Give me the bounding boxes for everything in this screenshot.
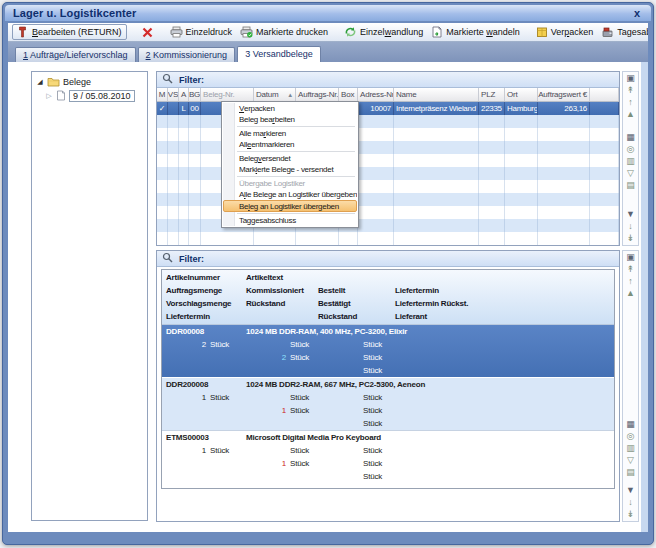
article-column-header-artikeltext: Artikeltext [246,273,283,282]
scroll-up-icon[interactable]: ↑ [628,97,633,108]
tree-expander-closed-icon[interactable]: ▷ [45,92,53,100]
menu-item-verpacken[interactable]: Verpacken [223,103,357,114]
order-unit: Stück [210,393,229,402]
backlog-unit: Stück [363,472,382,481]
order-qty: 1 [166,393,206,402]
windows-icon[interactable]: ▤ [626,467,635,478]
column-header-m[interactable]: M [157,88,168,101]
scroll-down-icon[interactable]: ↓ [628,221,633,232]
tree-item-beleg-9[interactable]: ▷ 9 / 05.08.2010 [32,89,147,103]
menu-item-alle-entmarkieren[interactable]: Alle entmarkieren [223,139,357,150]
toolbar-button-markierte-drucken[interactable]: Markierte drucken [236,25,332,39]
column-header-plz[interactable]: PLZ [479,88,505,101]
column-header-adress-nr[interactable]: Adress-Nr. [358,88,394,101]
column-header-name[interactable]: Name [394,88,479,101]
page-down-icon[interactable]: ▼ [626,209,635,220]
filter-bar[interactable]: Filter: [157,72,619,88]
column-chooser-icon[interactable]: ▣ [626,73,635,84]
toolbar-button-bearbeiten-return[interactable]: Bearbeiten (RETURN) [12,24,127,40]
article-listbox: ArtikelnummerArtikeltextAuftragsmengeKom… [161,269,615,489]
column-header-empty[interactable] [590,88,619,101]
article-column-header-vorschlagsmenge: Vorschlagsmenge [166,299,231,308]
search-icon[interactable]: ◎ [627,431,635,442]
scroll-top-icon[interactable]: ↟ [627,85,635,96]
filter-bar[interactable]: Filter: [157,251,619,267]
scroll-up-icon[interactable]: ↑ [628,276,633,287]
toolbar-button-markierte-wandeln[interactable]: Markierte wandeln [427,25,524,39]
article-column-header-bestellt: Bestellt [318,286,345,295]
menu-item-beleg-bearbeiten[interactable]: Beleg bearbeiten [223,114,357,125]
article-column-header-rückstand: Rückstand [318,312,357,321]
nav-strip-group: ▼↓↡ [626,209,635,244]
column-header-ort[interactable]: Ort [505,88,538,101]
picked-unit: Stück [290,340,309,349]
toolbar-button-label: Bearbeiten (RETURN) [32,27,122,37]
filter-label: Filter: [179,254,204,264]
sort-asc-icon: ▲ [287,92,293,98]
nav-strip-group: ▦◎▥▽▤ [626,132,635,191]
menu-item-beleg-an-logistiker-übergeben[interactable]: Beleg an Logistiker übergeben [223,200,357,212]
scroll-top-icon[interactable]: ↟ [627,264,635,275]
column-header-beleg-nr[interactable]: Beleg-Nr. [201,88,254,101]
toolbar-button-delete-button[interactable] [137,25,158,40]
tab-aufträge-liefervorschlag[interactable]: 1 Aufträge/Liefervorschlag [15,47,136,62]
nav-strip-group: ▣↟↑▲ [626,252,635,299]
toolbar-button-einzeldruck[interactable]: Einzeldruck [166,25,237,39]
view-grid-icon[interactable]: ▦ [626,132,635,143]
column-header-auftragswert[interactable]: Auftragswert € [538,88,590,101]
article-column-header-kommissioniert: Kommissioniert [246,286,304,295]
tab-kommissionierung[interactable]: 2 Kommissionierung [138,47,236,62]
order-qty: 1 [166,446,206,455]
menu-item-alle-belege-an-logistiker-übergeben[interactable]: Alle Belege an Logistiker übergeben [223,189,357,200]
picked-unit: Stück [290,393,309,402]
article-row-ddr200008[interactable]: DDR2000081024 MB DDR2-RAM, 667 MHz, PC2-… [162,377,614,430]
search-icon[interactable]: ◎ [627,144,635,155]
backorder-qty: 1 [246,459,286,468]
print-icon [170,26,183,38]
article-row-etms00003[interactable]: ETMS00003Microsoft Digital Media Pro Key… [162,430,614,483]
windows-icon[interactable]: ▤ [626,180,635,191]
filter-icon[interactable]: ▽ [627,455,634,466]
view-grid-icon[interactable]: ▦ [626,419,635,430]
column-header-box[interactable]: Box [339,88,358,101]
tab-versandbelege[interactable]: 3 Versandbelege [237,46,321,62]
column-header-vs[interactable]: VS [168,88,179,101]
menu-item-markierte-belege-versendet[interactable]: Markierte Belege - versendet [223,164,357,175]
scroll-bottom-icon[interactable]: ↡ [627,233,635,244]
article-code: DDR00008 [166,327,204,336]
tree-expander-open-icon[interactable]: ◢ [36,78,44,86]
page-down-icon[interactable]: ▼ [626,485,635,496]
scroll-down-icon[interactable]: ↓ [628,497,633,508]
scroll-bottom-icon[interactable]: ↡ [627,509,635,520]
article-text: 1024 MB DDR2-RAM, 667 MHz, PC2-5300, Aen… [246,380,425,389]
cell-vs [168,102,179,115]
toolbar-button-verpacken[interactable]: Verpacken [532,25,598,39]
menu-item-beleg-versendet[interactable]: Beleg versendet [223,153,357,164]
tree-item-belege[interactable]: ◢ Belege [32,75,147,89]
column-chooser-icon[interactable]: ▣ [626,252,635,263]
menu-item-taggesabschluss[interactable]: Taggesabschluss [223,215,357,226]
column-header-datum[interactable]: Datum▲ [254,88,296,101]
backorder-unit: Stück [290,353,309,362]
close-icon[interactable]: x [631,7,643,19]
column-header-bg[interactable]: BG [189,88,201,101]
toolbar-button-tagesabschluss[interactable]: Tagesabschluss [597,25,648,39]
column-header-a[interactable]: A [179,88,189,101]
page-up-icon[interactable]: ▲ [626,109,635,120]
details-icon[interactable]: ▥ [626,443,635,454]
article-row-ddr00008[interactable]: DDR000081024 MB DDR-RAM, 400 MHz, PC-320… [162,325,614,377]
column-header-auftrags-nr[interactable]: Auftrags-Nr. [296,88,339,101]
article-list: DDR000081024 MB DDR-RAM, 400 MHz, PC-320… [162,325,614,483]
toolbar-button-einzelwandlung[interactable]: Einzelwandlung [340,25,427,39]
backlog-unit: Stück [363,366,382,375]
filter-icon[interactable]: ▽ [627,168,634,179]
ordered-unit: Stück [363,393,382,402]
page-up-icon[interactable]: ▲ [626,288,635,299]
menu-item-alle-markieren[interactable]: Alle markieren [223,128,357,139]
details-icon[interactable]: ▥ [626,156,635,167]
confirmed-unit: Stück [363,353,382,362]
cell-ort: Hamburg [505,102,538,115]
filter-label: Filter: [179,75,204,85]
cell-bg: 00 [189,102,201,115]
article-column-header-auftragsmenge: Auftragsmenge [166,286,222,295]
